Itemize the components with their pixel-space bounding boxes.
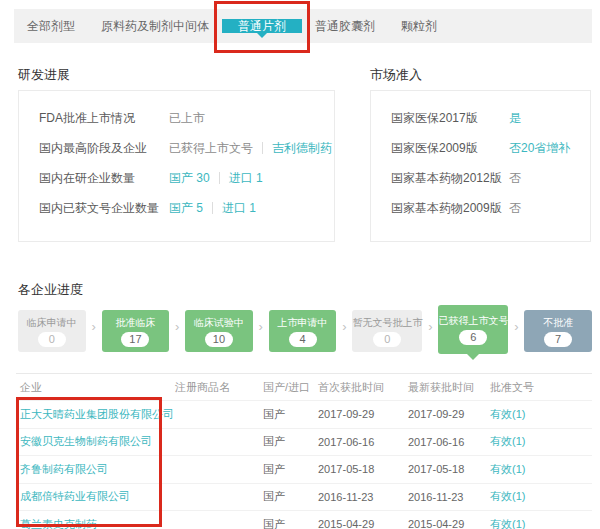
first-approval-cell: 2017-06-16	[318, 436, 408, 448]
table-row: 成都倍特药业有限公司 国产 2016-11-23 2016-11-23 有效(1…	[16, 483, 592, 511]
stage-licensed[interactable]: 已获得上市文号 6	[438, 305, 508, 354]
licensed-domestic-link[interactable]: 国产 5	[169, 200, 203, 217]
stage-clinical-applying[interactable]: 临床申请中 0	[18, 310, 86, 352]
approval-no-link[interactable]: 有效(1)	[490, 489, 592, 504]
stage-count: 7	[544, 332, 572, 347]
col-header-approval-no: 批准文号	[490, 380, 592, 395]
fda-status-value: 已上市	[169, 110, 205, 127]
tab-granule[interactable]: 颗粒剂	[388, 18, 450, 35]
stage-not-approved[interactable]: 不批准 7	[524, 310, 592, 352]
stage-count: 0	[38, 332, 66, 347]
medicare-2009-label: 国家医保2009版	[391, 140, 509, 157]
stage-no-license-approved[interactable]: 暂无文号批上市 0	[352, 310, 422, 352]
origin-cell: 国产	[263, 407, 318, 422]
chevron-right-icon: ›	[169, 321, 185, 333]
chevron-right-icon: ›	[86, 321, 102, 333]
divider	[219, 172, 220, 184]
enterprise-progress-title: 各企业进度	[18, 281, 83, 299]
tab-all-dosage-forms[interactable]: 全部剂型	[14, 18, 88, 35]
origin-cell: 国产	[263, 517, 318, 529]
first-approval-cell: 2017-05-18	[318, 463, 408, 475]
col-header-company: 企业	[20, 380, 175, 395]
stage-label: 不批准	[543, 316, 573, 330]
stage-count: 10	[205, 332, 233, 347]
latest-approval-cell: 2017-06-16	[408, 436, 490, 448]
latest-approval-cell: 2017-05-18	[408, 463, 490, 475]
stage-label: 已获得上市文号	[438, 314, 508, 328]
medicare-2009-value[interactable]: 否20省增补	[509, 140, 570, 157]
domestic-highest-stage-row: 国内最高阶段及企业 已获得上市文号 吉利德制药	[39, 133, 334, 163]
essential-drugs-2009-value: 否	[509, 200, 521, 217]
stage-listing-applying[interactable]: 上市申请中 4	[269, 310, 337, 352]
domestic-in-research-label: 国内在研企业数量	[39, 170, 169, 187]
stage-count: 6	[459, 330, 487, 345]
domestic-highest-stage-value: 已获得上市文号	[169, 140, 253, 157]
stage-label: 暂无文号批上市	[352, 316, 422, 330]
company-link[interactable]: 正大天晴药业集团股份有限公司	[20, 407, 175, 422]
divider	[212, 202, 213, 214]
rnd-progress-card: FDA批准上市情况 已上市 国内最高阶段及企业 已获得上市文号 吉利德制药 国内…	[18, 90, 335, 242]
approval-no-link[interactable]: 有效(1)	[490, 407, 592, 422]
divider	[262, 142, 263, 154]
fda-status-row: FDA批准上市情况 已上市	[39, 103, 334, 133]
stage-count: 4	[289, 332, 317, 347]
first-approval-cell: 2015-04-29	[318, 518, 408, 529]
medicare-2009-row: 国家医保2009版 否20省增补	[391, 133, 590, 163]
table-row: 安徽贝克生物制药有限公司 国产 2017-06-16 2017-06-16 有效…	[16, 428, 592, 456]
stage-clinical-trial[interactable]: 临床试验中 10	[185, 310, 253, 352]
medicare-2017-value[interactable]: 是	[509, 110, 521, 127]
in-research-import-link[interactable]: 进口 1	[229, 170, 263, 187]
company-link[interactable]: 安徽贝克生物制药有限公司	[20, 434, 175, 449]
stage-label: 批准临床	[115, 316, 155, 330]
rnd-progress-title: 研发进展	[18, 66, 70, 84]
table-row: 葛兰素史克制药 国产 2015-04-29 2015-04-29 有效(1)	[16, 510, 592, 529]
market-access-title: 市场准入	[370, 66, 422, 84]
tab-api-intermediates[interactable]: 原料药及制剂中间体	[88, 18, 222, 35]
stage-clinical-approved[interactable]: 批准临床 17	[102, 310, 170, 352]
tab-plain-capsule[interactable]: 普通胶囊剂	[302, 18, 388, 35]
chevron-right-icon: ›	[422, 321, 438, 333]
essential-drugs-2012-value: 否	[509, 170, 521, 187]
chevron-right-icon: ›	[253, 321, 269, 333]
medicare-2017-label: 国家医保2017版	[391, 110, 509, 127]
col-header-origin: 国产/进口	[263, 380, 318, 395]
first-approval-cell: 2016-11-23	[318, 491, 408, 503]
first-approval-cell: 2017-09-29	[318, 408, 408, 420]
domestic-licensed-row: 国内已获文号企业数量 国产 5 进口 1	[39, 193, 334, 223]
col-header-first-approval: 首次获批时间	[318, 380, 408, 395]
licensed-import-link[interactable]: 进口 1	[222, 200, 256, 217]
origin-cell: 国产	[263, 462, 318, 477]
company-link[interactable]: 齐鲁制药有限公司	[20, 462, 175, 477]
chevron-right-icon: ›	[508, 321, 524, 333]
company-link[interactable]: 葛兰素史克制药	[20, 517, 175, 529]
origin-cell: 国产	[263, 489, 318, 504]
company-link[interactable]: 成都倍特药业有限公司	[20, 489, 175, 504]
domestic-in-research-row: 国内在研企业数量 国产 30 进口 1	[39, 163, 334, 193]
gilead-company-link[interactable]: 吉利德制药	[272, 140, 332, 157]
enterprise-table: 企业 注册商品名 国产/进口 首次获批时间 最新获批时间 批准文号 正大天晴药业…	[16, 373, 592, 529]
col-header-trade-name: 注册商品名	[175, 380, 263, 395]
col-header-latest-approval: 最新获批时间	[408, 380, 490, 395]
stage-label: 上市申请中	[278, 316, 328, 330]
progress-pipeline: 临床申请中 0 › 批准临床 17 › 临床试验中 10 › 上市申请中 4 ›…	[18, 303, 592, 354]
essential-drugs-2009-label: 国家基本药物2009版	[391, 200, 509, 217]
market-access-card: 国家医保2017版 是 国家医保2009版 否20省增补 国家基本药物2012版…	[370, 90, 591, 242]
latest-approval-cell: 2017-09-29	[408, 408, 490, 420]
essential-drugs-2012-row: 国家基本药物2012版 否	[391, 163, 590, 193]
domestic-licensed-label: 国内已获文号企业数量	[39, 200, 169, 217]
table-header-row: 企业 注册商品名 国产/进口 首次获批时间 最新获批时间 批准文号	[16, 373, 592, 400]
tab-plain-tablet-wrap: 普通片剂	[222, 9, 302, 43]
tab-plain-tablet[interactable]: 普通片剂	[222, 19, 302, 33]
essential-drugs-2012-label: 国家基本药物2012版	[391, 170, 509, 187]
domestic-highest-stage-label: 国内最高阶段及企业	[39, 140, 169, 157]
approval-no-link[interactable]: 有效(1)	[490, 434, 592, 449]
latest-approval-cell: 2015-04-29	[408, 518, 490, 529]
approval-no-link[interactable]: 有效(1)	[490, 517, 592, 529]
latest-approval-cell: 2016-11-23	[408, 491, 490, 503]
stage-count: 17	[121, 332, 149, 347]
table-row: 齐鲁制药有限公司 国产 2017-05-18 2017-05-18 有效(1)	[16, 455, 592, 483]
approval-no-link[interactable]: 有效(1)	[490, 462, 592, 477]
in-research-domestic-link[interactable]: 国产 30	[169, 170, 210, 187]
medicare-2017-row: 国家医保2017版 是	[391, 103, 590, 133]
chevron-right-icon: ›	[336, 321, 352, 333]
